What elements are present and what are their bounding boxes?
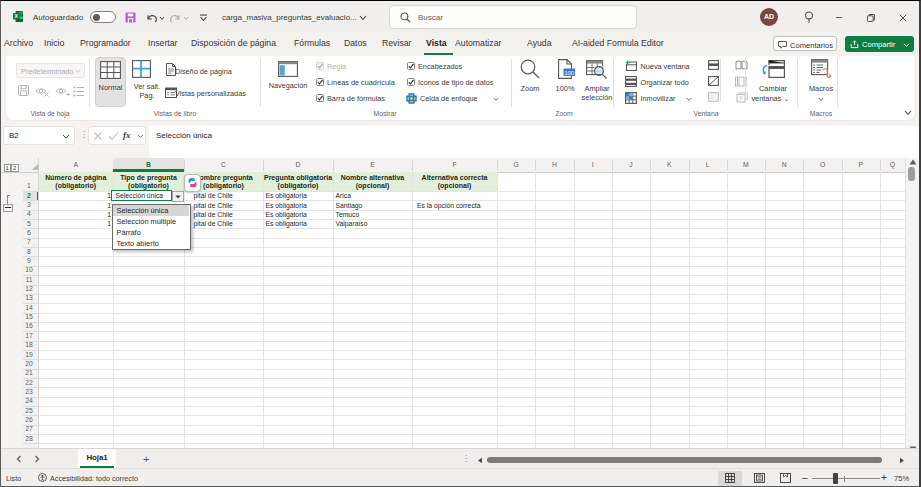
svg-text:100: 100 xyxy=(564,69,575,75)
